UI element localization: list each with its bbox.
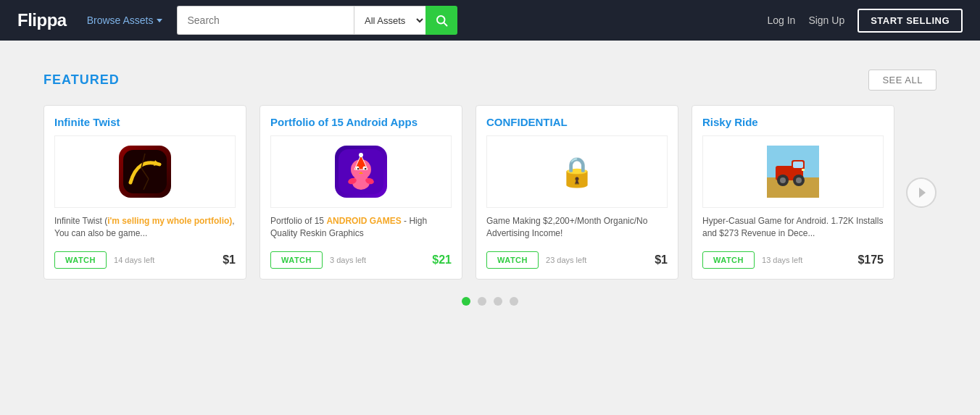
search-icon	[435, 14, 448, 27]
watch-button-portfolio[interactable]: WATCH	[270, 251, 323, 269]
svg-point-12	[357, 168, 359, 169]
see-all-button[interactable]: SEE ALL	[868, 70, 937, 91]
card-image-risky	[702, 135, 884, 208]
svg-point-28	[780, 177, 786, 183]
header: Flippa Browse Assets All Assets Websites…	[0, 0, 980, 41]
chevron-right-icon	[919, 188, 926, 198]
signup-button[interactable]: Sign Up	[808, 14, 844, 26]
app-icon-infinite-twist	[119, 146, 171, 198]
cards-wrapper: Infinite Twist	[43, 105, 937, 280]
main-content: FEATURED SEE ALL Infinite Twist	[0, 41, 980, 327]
svg-rect-26	[793, 162, 803, 168]
card-title-risky[interactable]: Risky Ride	[702, 116, 884, 128]
lock-icon: 🔒	[559, 155, 595, 189]
featured-title: FEATURED	[43, 72, 120, 88]
dot-1[interactable]	[462, 297, 470, 306]
asset-type-select[interactable]: All Assets Websites Apps Domains SaaS	[354, 6, 425, 35]
card-title-portfolio[interactable]: Portfolio of 15 Android Apps	[270, 116, 452, 128]
svg-line-1	[444, 22, 447, 25]
price-portfolio: $21	[432, 253, 452, 267]
card-description-confidential: Game Making $2,200+/Month Organic/No Adv…	[486, 215, 668, 241]
card-description-risky: Hyper-Casual Game for Android. 1.72K Ins…	[702, 215, 884, 241]
card-title-confidential[interactable]: CONFIDENTIAL	[486, 116, 668, 128]
svg-point-9	[359, 153, 363, 157]
card-description-portfolio: Portfolio of 15 ANDROID GAMES - High Qua…	[270, 215, 452, 241]
dot-2[interactable]	[478, 297, 486, 306]
app-icon-risky	[767, 146, 819, 198]
search-button[interactable]	[425, 6, 457, 35]
card-footer-confidential: WATCH 23 days left $1	[486, 251, 668, 269]
card-portfolio-android: Portfolio of 15 Android Apps	[259, 105, 462, 280]
logo[interactable]: Flippa	[17, 10, 67, 30]
card-description-infinite-twist: Infinite Twist (i'm selling my whole por…	[54, 215, 236, 241]
card-risky-ride: Risky Ride	[692, 105, 894, 280]
dot-4[interactable]	[510, 297, 518, 306]
card-footer-portfolio: WATCH 3 days left $21	[270, 251, 452, 269]
price-infinite-twist: $1	[223, 253, 236, 267]
app-icon-portfolio	[335, 146, 387, 198]
svg-rect-31	[802, 169, 805, 171]
card-confidential: CONFIDENTIAL 🔒 Game Making $2,200+/Month…	[476, 105, 678, 280]
days-left-portfolio: 3 days left	[330, 256, 425, 264]
days-left-infinite-twist: 14 days left	[114, 256, 215, 264]
next-arrow-button[interactable]	[906, 177, 937, 208]
search-container: All Assets Websites Apps Domains SaaS	[177, 6, 457, 35]
chevron-down-icon	[157, 19, 162, 22]
cards-container: Infinite Twist	[43, 105, 894, 280]
browse-assets-button[interactable]: Browse Assets	[87, 14, 162, 26]
card-image-confidential: 🔒	[486, 135, 668, 208]
card-image-infinite-twist	[54, 135, 236, 208]
risky-ride-svg	[767, 146, 819, 198]
login-button[interactable]: Log In	[767, 14, 795, 26]
card-title-infinite-twist[interactable]: Infinite Twist	[54, 116, 236, 128]
dot-3[interactable]	[494, 297, 502, 306]
price-risky: $175	[858, 253, 884, 267]
search-input[interactable]	[177, 6, 354, 35]
card-image-portfolio	[270, 135, 452, 208]
card-footer-risky: WATCH 13 days left $175	[702, 251, 884, 269]
days-left-confidential: 23 days left	[546, 256, 647, 264]
carousel-dots	[43, 297, 937, 306]
watch-button-infinite-twist[interactable]: WATCH	[54, 251, 107, 269]
svg-point-13	[365, 168, 366, 169]
header-links: Log In Sign Up START SELLING	[767, 9, 963, 33]
browse-assets-label: Browse Assets	[87, 14, 154, 26]
svg-point-30	[796, 177, 802, 183]
start-selling-button[interactable]: START SELLING	[858, 9, 963, 33]
watch-button-risky[interactable]: WATCH	[702, 251, 755, 269]
infinite-twist-svg	[123, 150, 167, 193]
portfolio-svg	[339, 149, 383, 194]
card-footer-infinite-twist: WATCH 14 days left $1	[54, 251, 236, 269]
price-confidential: $1	[655, 253, 668, 267]
watch-button-confidential[interactable]: WATCH	[486, 251, 539, 269]
featured-header: FEATURED SEE ALL	[43, 70, 937, 91]
days-left-risky: 13 days left	[762, 256, 850, 264]
svg-rect-23	[767, 177, 819, 198]
card-infinite-twist: Infinite Twist	[43, 105, 246, 280]
